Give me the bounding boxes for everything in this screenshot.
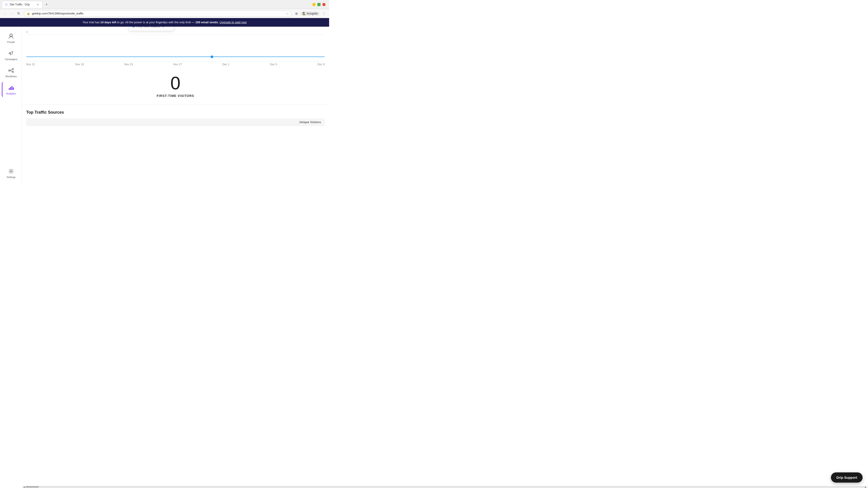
x-label-4: Dec 1 <box>222 63 229 66</box>
svg-point-3 <box>10 53 11 54</box>
nav-buttons: ← → ↻ <box>3 10 21 17</box>
trial-banner: Your trial has 14 days left to go. All t… <box>0 18 329 27</box>
svg-rect-8 <box>10 87 11 90</box>
tab-favicon <box>5 3 8 6</box>
upgrade-link[interactable]: Upgrade to paid now <box>219 21 247 24</box>
svg-point-6 <box>12 71 13 72</box>
address-bar: ← → ↻ 🔒 getdrip.com/7641396/reports/site… <box>0 9 329 18</box>
tooltip-metric-value: 0 <box>162 27 164 28</box>
sidebar-item-analytics-label: Analytics <box>6 92 16 95</box>
menu-button[interactable]: ⋮ <box>321 11 327 16</box>
tab-bar: Site Traffic · Drip ✕ + <box>2 0 312 9</box>
sidebar: People Campaigns <box>0 27 22 184</box>
active-tab[interactable]: Site Traffic · Drip ✕ <box>2 1 42 8</box>
trial-days: 14 days left <box>100 21 116 24</box>
url-text: getdrip.com/7641396/reports/site_traffic <box>32 12 284 15</box>
svg-rect-7 <box>9 88 10 90</box>
sidebar-item-campaigns-label: Campaigns <box>5 58 18 61</box>
incognito-icon: 🕵️ <box>303 12 306 15</box>
sidebar-item-people-label: People <box>7 41 15 43</box>
extensions-button[interactable]: ⊞ <box>294 11 299 16</box>
x-label-2: Nov 23 <box>124 63 133 66</box>
url-bar[interactable]: 🔒 getdrip.com/7641396/reports/site_traff… <box>24 10 291 17</box>
ssl-lock-icon: 🔒 <box>27 12 30 15</box>
svg-point-11 <box>10 170 12 172</box>
browser-actions: ⊞ 🕵️ Incognito ⋮ <box>294 11 327 16</box>
chart-area: 1 Nov 29, 2023 First-Time Visitors: 0 <box>22 27 329 67</box>
table-header: Unique Visitors <box>26 119 324 126</box>
settings-icon <box>7 168 15 175</box>
sidebar-item-settings-label: Settings <box>6 176 16 178</box>
chart-y-label: 1 <box>26 27 324 34</box>
x-label-3: Nov 27 <box>174 63 182 66</box>
x-label-0: Nov 15 <box>26 63 35 66</box>
svg-rect-9 <box>11 86 12 90</box>
browser-frame: Site Traffic · Drip ✕ + ← → ↻ 🔒 getdrip.… <box>0 0 329 184</box>
analytics-icon <box>7 84 15 91</box>
app-container: People Campaigns <box>0 27 329 184</box>
tooltip-metric-label: First-Time Visitors: <box>136 27 161 28</box>
trial-middle: to go. All the power is at your fingerti… <box>117 21 195 24</box>
sidebar-item-analytics[interactable]: Analytics <box>2 82 20 97</box>
minimize-button[interactable] <box>312 3 315 6</box>
incognito-badge: 🕵️ Incognito <box>301 11 320 15</box>
reload-button[interactable]: ↻ <box>16 10 21 17</box>
sidebar-item-workflows-label: Workflows <box>5 75 17 78</box>
back-button[interactable]: ← <box>3 11 8 17</box>
chart-x-labels: Nov 15 Nov 19 Nov 23 Nov 27 Dec 1 Dec 5 … <box>26 61 324 67</box>
stat-label: FIRST-TIME VISITORS <box>157 94 194 98</box>
section-title: Top Traffic Sources <box>26 110 324 115</box>
forward-button[interactable]: → <box>9 11 15 17</box>
main-content: 1 Nov 29, 2023 First-Time Visitors: 0 <box>22 27 329 184</box>
browser-titlebar: Site Traffic · Drip ✕ + <box>0 0 329 9</box>
tab-title: Site Traffic · Drip <box>10 3 34 6</box>
sidebar-item-campaigns[interactable]: Campaigns <box>2 47 20 63</box>
table-col-unique-visitors: Unique Visitors <box>300 121 321 124</box>
x-label-6: Dec 9 <box>318 63 324 66</box>
bookmark-icon[interactable]: ☆ <box>286 12 289 15</box>
chart-svg <box>26 35 324 61</box>
svg-point-4 <box>8 70 10 71</box>
workflows-icon <box>7 67 15 74</box>
trial-email-limit: 100 email sends. <box>195 21 219 24</box>
campaigns-icon <box>7 50 15 57</box>
trial-prefix: Your trial has <box>83 21 100 24</box>
tooltip-dot <box>133 27 134 27</box>
incognito-label: Incognito <box>307 12 318 15</box>
close-window-button[interactable] <box>322 3 326 6</box>
svg-point-13 <box>211 56 213 58</box>
chart-tooltip: Nov 29, 2023 First-Time Visitors: 0 <box>129 27 174 31</box>
people-icon <box>7 33 15 40</box>
stat-number: 0 <box>170 74 181 92</box>
stats-section: 0 FIRST-TIME VISITORS <box>22 67 329 105</box>
svg-point-1 <box>10 35 11 35</box>
svg-rect-10 <box>13 88 14 90</box>
x-label-5: Dec 5 <box>270 63 277 66</box>
svg-point-5 <box>12 68 13 70</box>
tooltip-row: First-Time Visitors: 0 <box>133 27 170 28</box>
maximize-button[interactable] <box>317 3 320 6</box>
sidebar-item-people[interactable]: People <box>2 30 20 46</box>
traffic-sources-section: Top Traffic Sources Unique Visitors <box>22 105 329 132</box>
svg-point-2 <box>11 35 12 35</box>
tab-close-button[interactable]: ✕ <box>36 3 39 6</box>
chart-container: Nov 29, 2023 First-Time Visitors: 0 <box>26 34 324 61</box>
sidebar-item-workflows[interactable]: Workflows <box>2 65 20 80</box>
new-tab-button[interactable]: + <box>43 1 50 8</box>
x-label-1: Nov 19 <box>75 63 84 66</box>
sidebar-item-settings[interactable]: Settings <box>2 165 20 181</box>
window-controls <box>312 3 327 6</box>
